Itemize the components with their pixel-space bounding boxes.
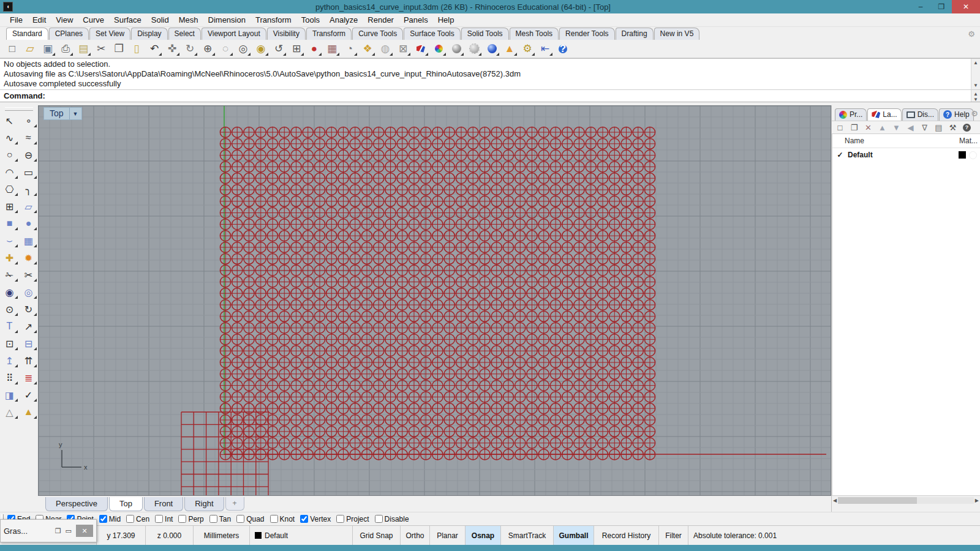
surface-from-points-button[interactable]: ⊞ (0, 198, 19, 214)
viewport-title-dropdown-icon[interactable]: ▼ (69, 108, 81, 119)
grasshopper-close-button[interactable]: ✕ (76, 525, 93, 537)
circle-button[interactable]: ○ (0, 147, 19, 163)
undo-view-button[interactable]: ↺ (270, 41, 287, 57)
toolbar-gear-icon[interactable]: ⚙ (968, 29, 975, 39)
select-button[interactable]: ↖ (0, 113, 19, 129)
osnap-vertex[interactable]: Vertex (300, 515, 331, 523)
osnap-checkbox-int[interactable] (155, 515, 163, 523)
scroll-up-icon[interactable]: ▲ (973, 91, 978, 97)
status-y-17-309[interactable]: y 17.309 (97, 526, 146, 545)
hide-objects-button[interactable]: ◍ (377, 41, 394, 57)
scroll-right-icon[interactable]: ▶ (975, 498, 979, 503)
status-z-0-000[interactable]: z 0.000 (146, 526, 194, 545)
status-filter[interactable]: Filter (659, 526, 688, 545)
ghosted-viewport-button[interactable] (466, 41, 483, 57)
osnap-perp[interactable]: Perp (178, 515, 203, 523)
osnap-checkbox-quad[interactable] (236, 515, 244, 523)
zoom-in-button[interactable]: ⊕ (199, 41, 216, 57)
boolean-button[interactable]: ✚ (0, 250, 19, 266)
grasshopper-title[interactable]: Gras... (4, 527, 51, 536)
status-ortho[interactable]: Ortho (401, 526, 430, 545)
named-view-button[interactable]: ● (306, 41, 323, 57)
layer-name[interactable]: Default (845, 151, 959, 159)
grasshopper-maximize-icon[interactable]: ▭ (66, 527, 72, 535)
scrollbar-track[interactable] (838, 497, 974, 504)
boolean-difference-button[interactable]: ◎ (19, 284, 38, 300)
scroll-up-icon[interactable]: ▲ (973, 60, 978, 66)
help-button[interactable]: ? (554, 41, 571, 57)
linear-array-button[interactable]: ≣ (19, 370, 38, 386)
point-button[interactable]: ∘ (19, 113, 38, 129)
delete-layer-button[interactable]: ✕ (862, 122, 875, 133)
ungroup-button[interactable]: ⊟ (19, 335, 38, 351)
toolbar-tab-standard[interactable]: Standard (6, 28, 48, 40)
layer-material-icon[interactable] (969, 151, 977, 159)
rectangular-array-button[interactable]: ⠿ (0, 370, 19, 386)
osnap-tan[interactable]: Tan (209, 515, 231, 523)
status-grid-snap[interactable]: Grid Snap (353, 526, 401, 545)
toolbar-tab-new-in-v5[interactable]: New in V5 (654, 28, 700, 40)
viewport-tab-top[interactable]: Top (109, 497, 143, 511)
toolbar-tab-set-view[interactable]: Set View (89, 28, 130, 40)
panel-horizontal-scrollbar[interactable]: ◀ ▶ (832, 495, 980, 504)
primitives-button[interactable]: △ (0, 404, 19, 420)
rebuild-curve-button[interactable]: ↻ (19, 301, 38, 317)
viewport-top[interactable]: yx Top ▼ (38, 105, 831, 496)
filter-layers-button[interactable]: ∇ (918, 122, 931, 133)
toolbar-tab-visibility[interactable]: Visibility (267, 28, 306, 40)
open-file-button[interactable]: ▱ (21, 41, 39, 57)
status-millimeters[interactable]: Millimeters (194, 526, 250, 545)
zoom-selected-button[interactable]: ◉ (252, 41, 270, 57)
osnap-checkbox-project[interactable] (336, 515, 344, 523)
grasshopper-restore-icon[interactable]: ❐ (55, 527, 61, 535)
check-button[interactable]: ✓ (19, 387, 38, 403)
polygon-button[interactable]: ⎔ (0, 181, 19, 197)
rotate-view-button[interactable]: ↻ (181, 41, 198, 57)
toolbar-tab-cplanes[interactable]: CPlanes (49, 28, 89, 40)
status-osnap[interactable]: Osnap (466, 526, 501, 545)
osnap-checkbox-tan[interactable] (209, 515, 217, 523)
viewport-tab-right[interactable]: Right (184, 497, 224, 511)
new-viewport-tab-button[interactable]: + (225, 497, 244, 511)
osnap-knot[interactable]: Knot (270, 515, 295, 523)
render-button[interactable]: ▲ (501, 41, 518, 57)
panel-tab-properties[interactable]: Pr... (835, 108, 867, 121)
toolbar-tab-transform[interactable]: Transform (306, 28, 352, 40)
ellipse-button[interactable]: ⊖ (19, 147, 38, 163)
osnap-checkbox-perp[interactable] (178, 515, 186, 523)
cplane-button[interactable]: ▦ (323, 41, 341, 57)
restore-button[interactable]: ❐ (931, 0, 952, 13)
status-smarttrack[interactable]: SmartTrack (501, 526, 554, 545)
curve-fillet-button[interactable]: ╮ (19, 181, 38, 197)
toolbar-tab-curve-tools[interactable]: Curve Tools (352, 28, 403, 40)
boolean-union-button[interactable]: ◉ (0, 284, 19, 300)
osnap-cen[interactable]: Cen (126, 515, 149, 523)
undo-button[interactable]: ↶ (146, 41, 163, 57)
osnap-disable[interactable]: Disable (375, 515, 409, 523)
text-button[interactable]: T (0, 318, 19, 334)
status-gumball[interactable]: Gumball (554, 526, 594, 545)
osnap-checkbox-vertex[interactable] (300, 515, 308, 523)
extrude-surface-button[interactable]: ⇈ (19, 353, 38, 369)
move-copy-button[interactable]: ↗ (19, 318, 38, 334)
toolbar-tab-mesh-tools[interactable]: Mesh Tools (510, 28, 559, 40)
menu-edit[interactable]: Edit (28, 14, 51, 26)
grasshopper-window[interactable]: Gras... ❐ ▭ ✕ (0, 519, 97, 542)
arc-button[interactable]: ◠ (0, 164, 19, 180)
menu-tools[interactable]: Tools (296, 14, 325, 26)
pan-button[interactable]: ✜ (164, 41, 181, 57)
minimize-button[interactable]: – (910, 0, 931, 13)
osnap-checkbox-cen[interactable] (126, 515, 134, 523)
scrollbar-thumb[interactable] (838, 497, 917, 504)
spotlight-button[interactable]: ▲ (19, 404, 38, 420)
scroll-down-icon[interactable]: ▼ (973, 83, 978, 88)
box-button[interactable]: ■ (0, 216, 19, 231)
layers-panel-button[interactable] (412, 41, 429, 57)
menu-surface[interactable]: Surface (109, 14, 146, 26)
layer-color-swatch[interactable] (959, 151, 966, 159)
dimension-button[interactable]: ⇤ (537, 41, 554, 57)
panel-tab-display[interactable]: Dis... (902, 108, 938, 121)
loft-button[interactable]: ⌣ (0, 233, 19, 249)
shaded-viewport-button[interactable] (448, 41, 465, 57)
toolbar-tab-render-tools[interactable]: Render Tools (559, 28, 615, 40)
